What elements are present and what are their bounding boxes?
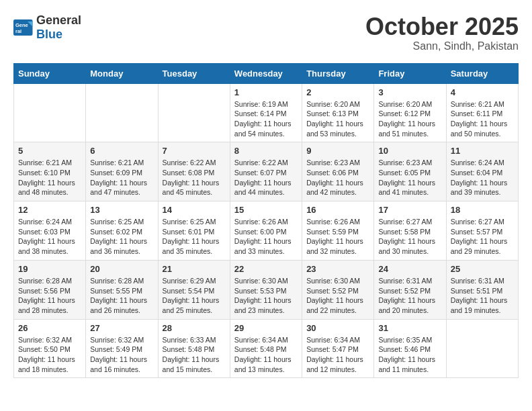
- day-number: 17: [378, 205, 441, 215]
- calendar-cell: 16Sunrise: 6:26 AM Sunset: 5:59 PM Dayli…: [302, 201, 374, 261]
- calendar-cell: 31Sunrise: 6:35 AM Sunset: 5:46 PM Dayli…: [374, 319, 446, 378]
- cell-content: Sunrise: 6:21 AM Sunset: 6:09 PM Dayligh…: [90, 158, 153, 197]
- cell-content: Sunrise: 6:24 AM Sunset: 6:04 PM Dayligh…: [451, 158, 514, 197]
- location-title: Sann, Sindh, Pakistan: [365, 40, 519, 52]
- day-number: 6: [90, 146, 153, 156]
- day-number: 14: [163, 205, 226, 215]
- cell-content: Sunrise: 6:19 AM Sunset: 6:14 PM Dayligh…: [234, 99, 298, 139]
- day-number: 3: [378, 87, 441, 97]
- cell-content: Sunrise: 6:35 AM Sunset: 5:46 PM Dayligh…: [378, 335, 441, 375]
- cell-content: Sunrise: 6:20 AM Sunset: 6:13 PM Dayligh…: [306, 99, 369, 139]
- calendar-cell: 8Sunrise: 6:22 AM Sunset: 6:07 PM Daylig…: [230, 142, 302, 201]
- calendar-cell: 11Sunrise: 6:24 AM Sunset: 6:04 PM Dayli…: [446, 142, 518, 201]
- calendar-cell: 27Sunrise: 6:32 AM Sunset: 5:49 PM Dayli…: [86, 319, 158, 378]
- cell-content: Sunrise: 6:21 AM Sunset: 6:11 PM Dayligh…: [451, 99, 514, 139]
- day-number: 4: [451, 87, 514, 97]
- header-cell-tuesday: Tuesday: [158, 63, 230, 83]
- day-number: 30: [306, 323, 369, 333]
- day-number: 28: [163, 323, 226, 333]
- header-cell-thursday: Thursday: [302, 63, 374, 83]
- header-cell-sunday: Sunday: [14, 63, 86, 83]
- calendar-cell: 15Sunrise: 6:26 AM Sunset: 6:00 PM Dayli…: [230, 201, 302, 261]
- cell-content: Sunrise: 6:30 AM Sunset: 5:52 PM Dayligh…: [306, 276, 369, 316]
- calendar-cell: 13Sunrise: 6:25 AM Sunset: 6:02 PM Dayli…: [86, 201, 158, 261]
- cell-content: Sunrise: 6:28 AM Sunset: 5:56 PM Dayligh…: [18, 276, 81, 316]
- calendar-cell: 21Sunrise: 6:29 AM Sunset: 5:54 PM Dayli…: [158, 260, 230, 319]
- calendar-cell: [446, 319, 518, 378]
- cell-content: Sunrise: 6:34 AM Sunset: 5:48 PM Dayligh…: [234, 335, 298, 375]
- day-number: 21: [163, 264, 226, 274]
- calendar-cell: 19Sunrise: 6:28 AM Sunset: 5:56 PM Dayli…: [14, 260, 86, 319]
- cell-content: Sunrise: 6:26 AM Sunset: 6:00 PM Dayligh…: [234, 217, 298, 257]
- day-number: 23: [306, 264, 369, 274]
- cell-content: Sunrise: 6:32 AM Sunset: 5:49 PM Dayligh…: [90, 335, 153, 375]
- header-cell-friday: Friday: [374, 63, 446, 83]
- header-cell-saturday: Saturday: [446, 63, 518, 83]
- calendar-cell: 14Sunrise: 6:25 AM Sunset: 6:01 PM Dayli…: [158, 201, 230, 261]
- day-number: 29: [234, 323, 298, 333]
- month-title: October 2025: [365, 13, 519, 40]
- week-row-4: 19Sunrise: 6:28 AM Sunset: 5:56 PM Dayli…: [14, 260, 519, 319]
- cell-content: Sunrise: 6:27 AM Sunset: 5:58 PM Dayligh…: [378, 217, 441, 257]
- logo-blue-text: Blue: [36, 28, 62, 41]
- day-number: 5: [18, 146, 81, 156]
- cell-content: Sunrise: 6:33 AM Sunset: 5:48 PM Dayligh…: [163, 335, 226, 375]
- cell-content: Sunrise: 6:29 AM Sunset: 5:54 PM Dayligh…: [163, 276, 226, 316]
- day-number: 10: [378, 146, 441, 156]
- calendar-cell: 28Sunrise: 6:33 AM Sunset: 5:48 PM Dayli…: [158, 319, 230, 378]
- week-row-1: 1Sunrise: 6:19 AM Sunset: 6:14 PM Daylig…: [14, 83, 519, 142]
- calendar-cell: 24Sunrise: 6:31 AM Sunset: 5:52 PM Dayli…: [374, 260, 446, 319]
- week-row-3: 12Sunrise: 6:24 AM Sunset: 6:03 PM Dayli…: [14, 201, 519, 261]
- calendar-cell: 23Sunrise: 6:30 AM Sunset: 5:52 PM Dayli…: [302, 260, 374, 319]
- day-number: 15: [234, 205, 298, 215]
- day-number: 22: [234, 264, 298, 274]
- title-section: October 2025 Sann, Sindh, Pakistan: [365, 13, 519, 52]
- day-number: 25: [451, 264, 514, 274]
- calendar-cell: 10Sunrise: 6:23 AM Sunset: 6:05 PM Dayli…: [374, 142, 446, 201]
- logo-icon: Gene ral: [13, 19, 34, 36]
- svg-text:ral: ral: [15, 28, 21, 34]
- svg-text:Gene: Gene: [15, 22, 28, 28]
- calendar-table: SundayMondayTuesdayWednesdayThursdayFrid…: [13, 63, 519, 379]
- calendar-cell: 2Sunrise: 6:20 AM Sunset: 6:13 PM Daylig…: [302, 83, 374, 142]
- cell-content: Sunrise: 6:30 AM Sunset: 5:53 PM Dayligh…: [234, 276, 298, 316]
- cell-content: Sunrise: 6:23 AM Sunset: 6:05 PM Dayligh…: [378, 158, 441, 197]
- calendar-cell: [14, 83, 86, 142]
- day-number: 1: [234, 87, 298, 97]
- day-number: 16: [306, 205, 369, 215]
- week-row-2: 5Sunrise: 6:21 AM Sunset: 6:10 PM Daylig…: [14, 142, 519, 201]
- calendar-cell: 29Sunrise: 6:34 AM Sunset: 5:48 PM Dayli…: [230, 319, 302, 378]
- cell-content: Sunrise: 6:31 AM Sunset: 5:51 PM Dayligh…: [451, 276, 514, 316]
- header-cell-wednesday: Wednesday: [230, 63, 302, 83]
- week-row-5: 26Sunrise: 6:32 AM Sunset: 5:50 PM Dayli…: [14, 319, 519, 378]
- calendar-cell: 25Sunrise: 6:31 AM Sunset: 5:51 PM Dayli…: [446, 260, 518, 319]
- day-number: 20: [90, 264, 153, 274]
- calendar-cell: 30Sunrise: 6:34 AM Sunset: 5:47 PM Dayli…: [302, 319, 374, 378]
- calendar-cell: 12Sunrise: 6:24 AM Sunset: 6:03 PM Dayli…: [14, 201, 86, 261]
- cell-content: Sunrise: 6:32 AM Sunset: 5:50 PM Dayligh…: [18, 335, 81, 375]
- calendar-cell: 17Sunrise: 6:27 AM Sunset: 5:58 PM Dayli…: [374, 201, 446, 261]
- header-cell-monday: Monday: [86, 63, 158, 83]
- cell-content: Sunrise: 6:27 AM Sunset: 5:57 PM Dayligh…: [451, 217, 514, 257]
- calendar-cell: 4Sunrise: 6:21 AM Sunset: 6:11 PM Daylig…: [446, 83, 518, 142]
- calendar-header-row: SundayMondayTuesdayWednesdayThursdayFrid…: [14, 63, 519, 83]
- cell-content: Sunrise: 6:21 AM Sunset: 6:10 PM Dayligh…: [18, 158, 81, 197]
- calendar-cell: [158, 83, 230, 142]
- calendar-body: 1Sunrise: 6:19 AM Sunset: 6:14 PM Daylig…: [14, 83, 519, 378]
- cell-content: Sunrise: 6:22 AM Sunset: 6:08 PM Dayligh…: [163, 158, 226, 197]
- day-number: 24: [378, 264, 441, 274]
- day-number: 19: [18, 264, 81, 274]
- cell-content: Sunrise: 6:28 AM Sunset: 5:55 PM Dayligh…: [90, 276, 153, 316]
- day-number: 31: [378, 323, 441, 333]
- day-number: 13: [90, 205, 153, 215]
- day-number: 26: [18, 323, 81, 333]
- calendar-cell: 3Sunrise: 6:20 AM Sunset: 6:12 PM Daylig…: [374, 83, 446, 142]
- day-number: 18: [451, 205, 514, 215]
- calendar-cell: 1Sunrise: 6:19 AM Sunset: 6:14 PM Daylig…: [230, 83, 302, 142]
- day-number: 9: [306, 146, 369, 156]
- cell-content: Sunrise: 6:34 AM Sunset: 5:47 PM Dayligh…: [306, 335, 369, 375]
- calendar-cell: 5Sunrise: 6:21 AM Sunset: 6:10 PM Daylig…: [14, 142, 86, 201]
- day-number: 2: [306, 87, 369, 97]
- day-number: 11: [451, 146, 514, 156]
- cell-content: Sunrise: 6:24 AM Sunset: 6:03 PM Dayligh…: [18, 217, 81, 257]
